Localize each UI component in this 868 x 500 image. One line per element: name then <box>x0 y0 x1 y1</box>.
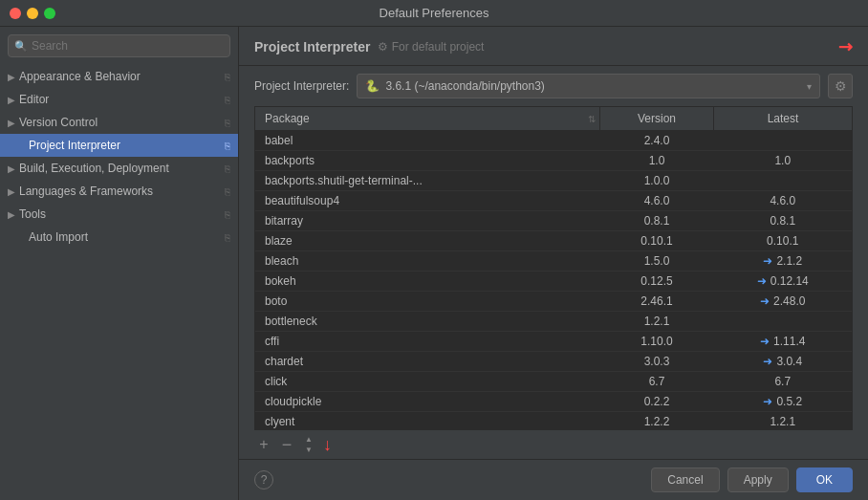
remove-package-button[interactable]: − <box>277 435 296 454</box>
package-version: 0.12.5 <box>599 272 713 292</box>
close-button[interactable] <box>10 8 21 19</box>
package-name: cffi <box>255 332 599 352</box>
table-row[interactable]: cloudpickle0.2.2➜0.5.2 <box>255 392 852 412</box>
package-name: backports <box>255 151 599 171</box>
table-row[interactable]: backports.shutil-get-terminal-...1.0.0 <box>255 171 852 191</box>
add-package-button[interactable]: + <box>254 435 273 454</box>
sidebar-item-icon: ⎘ <box>225 163 230 174</box>
package-latest: 1.0 <box>714 151 852 171</box>
down-button[interactable]: ▼ <box>300 446 317 455</box>
package-latest: 0.8.1 <box>714 211 852 231</box>
interpreter-select[interactable]: 🐍 3.6.1 (~/anaconda/bin/python3) ▾ <box>357 74 820 98</box>
search-input[interactable] <box>32 39 224 53</box>
up-button[interactable]: ▲ <box>300 435 317 445</box>
chevron-right-icon: ▶ <box>8 95 15 105</box>
package-toolbar: + − ▲ ▼ ↓ <box>239 430 868 459</box>
sidebar-item-icon: ⎘ <box>225 186 230 197</box>
sidebar-item-build-execution[interactable]: ▶ Build, Execution, Deployment ⎘ <box>0 157 238 180</box>
table-row[interactable]: cffi1.10.0➜1.11.4 <box>255 332 852 352</box>
package-table-container: Package ⇅ Version Latest babel2.4.0backp… <box>254 106 853 430</box>
content-header-left: Project Interpreter ⚙ For default projec… <box>254 39 484 54</box>
package-name: click <box>255 372 599 392</box>
package-version: 4.6.0 <box>599 191 713 211</box>
package-name: beautifulsoup4 <box>255 191 599 211</box>
package-version: 1.5.0 <box>599 251 713 272</box>
table-row[interactable]: bitarray0.8.10.8.1 <box>255 211 852 231</box>
col-header-version[interactable]: Version <box>599 107 713 131</box>
help-button[interactable]: ? <box>254 470 273 489</box>
interpreter-value-text: 3.6.1 (~/anaconda/bin/python3) <box>385 79 544 93</box>
chevron-down-icon: ▾ <box>807 81 812 92</box>
table-row[interactable]: bokeh0.12.5➜0.12.14 <box>255 272 852 292</box>
sidebar-item-label: Version Control <box>19 116 98 129</box>
content-header: Project Interpreter ⚙ For default projec… <box>239 27 868 66</box>
bottom-left: ? <box>254 470 273 489</box>
minimize-button[interactable] <box>27 8 38 19</box>
table-row[interactable]: babel2.4.0 <box>255 131 852 151</box>
update-arrow-icon: ➜ <box>757 274 767 288</box>
interpreter-row: Project Interpreter: 🐍 3.6.1 (~/anaconda… <box>239 66 868 106</box>
sidebar-item-label: Project Interpreter <box>15 139 120 152</box>
chevron-right-icon: ▶ <box>8 186 15 197</box>
table-row[interactable]: backports1.01.0 <box>255 151 852 171</box>
package-name: bottleneck <box>255 312 599 332</box>
col-header-latest[interactable]: Latest <box>714 107 852 131</box>
sidebar-item-editor[interactable]: ▶ Editor ⎘ <box>0 88 238 111</box>
maximize-button[interactable] <box>44 8 55 19</box>
ok-button[interactable]: OK <box>796 467 853 492</box>
sidebar-item-languages[interactable]: ▶ Languages & Frameworks ⎘ <box>0 180 238 203</box>
package-version: 1.10.0 <box>599 332 713 352</box>
chevron-right-icon: ▶ <box>8 72 15 82</box>
sidebar-item-label: Editor <box>19 93 49 106</box>
search-box[interactable]: 🔍 <box>8 34 230 57</box>
table-row[interactable]: beautifulsoup44.6.04.6.0 <box>255 191 852 211</box>
table-row[interactable]: chardet3.0.3➜3.0.4 <box>255 352 852 372</box>
package-name: blaze <box>255 231 599 251</box>
package-version: 2.4.0 <box>599 131 713 151</box>
cancel-button[interactable]: Cancel <box>651 467 719 492</box>
package-latest: ➜2.48.0 <box>714 292 852 312</box>
package-version: 1.0.0 <box>599 171 713 191</box>
apply-button[interactable]: Apply <box>727 467 789 492</box>
table-row[interactable]: clyent1.2.21.2.1 <box>255 412 852 431</box>
package-version: 2.46.1 <box>599 292 713 312</box>
table-row[interactable]: blaze0.10.10.10.1 <box>255 231 852 251</box>
sidebar-item-auto-import[interactable]: Auto Import ⎘ <box>0 226 238 249</box>
package-version: 6.7 <box>599 372 713 392</box>
package-version: 0.8.1 <box>599 211 713 231</box>
package-latest <box>714 171 852 191</box>
package-latest: ➜0.5.2 <box>714 392 852 412</box>
sidebar-item-version-control[interactable]: ▶ Version Control ⎘ <box>0 111 238 134</box>
search-icon: 🔍 <box>14 40 28 53</box>
content-subtitle: ⚙ For default project <box>378 40 484 54</box>
package-latest: 4.6.0 <box>714 191 852 211</box>
chevron-right-icon: ▶ <box>8 118 15 128</box>
sidebar-item-icon: ⎘ <box>225 95 230 105</box>
titlebar: Default Preferences <box>0 0 868 27</box>
package-latest: ➜0.12.14 <box>714 272 852 292</box>
package-name: bleach <box>255 251 599 272</box>
sidebar-item-icon: ⎘ <box>225 72 230 82</box>
package-latest: 1.2.1 <box>714 412 852 431</box>
package-table: Package ⇅ Version Latest babel2.4.0backp… <box>255 107 852 430</box>
package-latest: 6.7 <box>714 372 852 392</box>
table-row[interactable]: boto2.46.1➜2.48.0 <box>255 292 852 312</box>
bottom-bar: ? Cancel Apply OK <box>239 459 868 500</box>
update-arrow-icon: ➜ <box>760 335 770 348</box>
update-arrow-icon: ➜ <box>763 395 772 408</box>
package-latest <box>714 131 852 151</box>
table-row[interactable]: bottleneck1.2.1 <box>255 312 852 332</box>
sidebar-item-tools[interactable]: ▶ Tools ⎘ <box>0 203 238 226</box>
gear-button[interactable]: ⚙ <box>828 74 853 98</box>
update-arrow-icon: ➜ <box>763 355 772 368</box>
sidebar-item-appearance[interactable]: ▶ Appearance & Behavior ⎘ <box>0 65 238 88</box>
package-version: 0.2.2 <box>599 392 713 412</box>
sidebar-item-label: Tools <box>19 207 46 221</box>
table-row[interactable]: bleach1.5.0➜2.1.2 <box>255 251 852 272</box>
package-name: bokeh <box>255 272 599 292</box>
package-version: 1.0 <box>599 151 713 171</box>
col-header-package[interactable]: Package ⇅ <box>255 107 599 131</box>
sidebar-item-project-interpreter[interactable]: Project Interpreter ⎘ <box>0 134 238 157</box>
package-version: 1.2.2 <box>599 412 713 431</box>
table-row[interactable]: click6.76.7 <box>255 372 852 392</box>
